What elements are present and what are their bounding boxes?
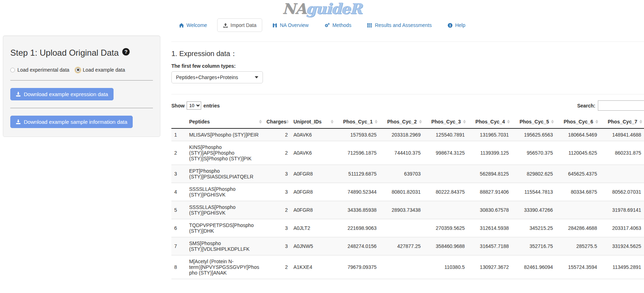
value-cell: 427877.25 [379,237,423,255]
column-header-label: Phos_Cyc_1 [343,119,373,125]
row-number-cell: 1 [171,128,186,141]
value-cell: 113495.2891 [600,255,644,279]
column-header-charges[interactable]: Charges [264,115,291,128]
value-cell: 562894.8125 [468,165,512,183]
charge-cell: 3 [264,237,291,255]
value-cell: 1139399.125 [468,141,512,165]
tab-na-overview[interactable]: NA Overview [266,18,314,32]
upload-panel: Step 1: Upload Original Data ? Load expe… [3,35,160,137]
main-nav: WelcomeImport DataNA OverviewMethodsResu… [0,17,644,32]
value-cell: 88827.91406 [468,183,512,201]
tab-methods[interactable]: Methods [319,18,357,32]
value-cell: 345215.25 [512,219,556,237]
download-icon [16,119,21,125]
value-cell: 180664.5469 [556,128,600,141]
question-icon[interactable]: ? [122,48,130,58]
peptide-cell: KINS[Phospho (STY)]APS[Phospho (STY)]S[P… [186,141,264,165]
radio-circle-checked[interactable] [76,68,80,72]
expression-data-heading: 1. Expression data： [171,49,644,59]
row-number-cell: 5 [171,201,186,219]
download-example-expression-button[interactable]: Download example expression data [10,88,114,100]
column-header-phos_cyc_7[interactable]: Phos_Cyc_7 [600,115,644,128]
column-types-label: The first few column types: [171,63,644,69]
table-row: 5SSSSLLAS[Phospho (STY)]PGHISVK2A0FGR834… [171,201,644,219]
table-icon [367,23,372,28]
value-cell: 33390.47266 [512,201,556,219]
column-header-label: Phos_Cyc_5 [519,119,549,125]
value-cell: 248274.0156 [335,237,379,255]
value-cell: 80334.6875 [556,183,600,201]
uniprot-cell: A0JLT2 [291,219,335,237]
charge-cell: 3 [264,165,291,183]
column-header-phos_cyc_4[interactable]: Phos_Cyc_4 [468,115,512,128]
tab-results-and-assessments[interactable]: Results and Assessments [361,18,437,32]
step1-title-text: Step 1: Upload Original Data [10,48,119,58]
data-source-radio-group: Load experimental data Load example data [10,67,153,73]
value-cell: 352716.75 [512,237,556,255]
column-header-phos_cyc_3[interactable]: Phos_Cyc_3 [424,115,468,128]
upload-icon [223,23,228,28]
tab-help[interactable]: iHelp [442,18,471,32]
table-row: 7SMS[Phospho (STY)]VDLSHIPLKDPLLFK3A0JNW… [171,237,644,255]
column-header-phos_cyc_6[interactable]: Phos_Cyc_6 [556,115,600,128]
column-header-rownum[interactable] [171,115,186,128]
column-header-peptides[interactable]: Peptides [186,115,264,128]
row-number-cell: 8 [171,255,186,279]
uniprot-cell: A0AVK6 [291,128,335,141]
value-cell: 110380.5 [424,255,468,279]
page-length-control: Show 10 entries [171,101,220,110]
tab-welcome[interactable]: Welcome [173,18,213,32]
uniprot-cell: A0AVK6 [291,141,335,165]
value-cell: 195625.6563 [512,128,556,141]
chevron-down-icon [255,76,258,78]
tab-label: Help [455,22,466,28]
column-header-phos_cyc_5[interactable]: Phos_Cyc_5 [512,115,556,128]
value-cell: 331924.5625 [600,237,644,255]
value-cell: 80562.07031 [600,183,644,201]
tab-import-data[interactable]: Import Data [217,18,262,32]
sort-icon [375,120,378,124]
table-row: 2KINS[Phospho (STY)]APS[Phospho (STY)]S[… [171,141,644,165]
logo-part-na: NA [282,0,306,17]
value-cell: 82461.96094 [512,255,556,279]
radio-load-example-data[interactable]: Load example data [76,67,125,73]
step1-title: Step 1: Upload Original Data ? [10,48,153,58]
value-cell: 285275.5 [556,237,600,255]
sort-icon [639,120,642,124]
value-cell [379,255,423,279]
home-icon [179,23,184,28]
value-cell: 115544.7813 [512,183,556,201]
charge-cell: 2 [264,141,291,165]
svg-text:?: ? [124,49,127,55]
download-icon [16,92,21,97]
radio-label: Load experimental data [17,67,69,73]
sort-icon [286,120,289,124]
value-cell: 34336.85938 [335,201,379,219]
value-cell: 28903.73438 [379,201,423,219]
page-length-select[interactable]: 10 [187,101,201,110]
value-cell: 312614.5938 [468,219,512,237]
value-cell [379,219,423,237]
value-cell: 80801.82031 [379,183,423,201]
peptide-cell: SSSSLLAS[Phospho (STY)]PGHISVK [186,183,264,201]
table-header-row: PeptidesChargesUniprot_IDsPhos_Cyc_1Phos… [171,115,644,128]
value-cell: 131965.7031 [468,128,512,141]
column-header-phos_cyc_2[interactable]: Phos_Cyc_2 [379,115,423,128]
table-row: 6TQDPVPPETPSDS[Phospho (STY)]DHK3A0JLT22… [171,219,644,237]
column-header-label: Phos_Cyc_2 [387,119,417,125]
charge-cell: 3 [264,183,291,201]
logo-part-guider: guideR [306,0,362,17]
value-cell: 221698.9063 [335,219,379,237]
value-cell: 148941.4688 [600,128,644,141]
radio-circle-unchecked[interactable] [10,68,15,72]
table-row: 8M[Acetyl (Protein N-term)]NPVYSPGSSGVPY… [171,255,644,279]
tab-label: Import Data [231,22,257,28]
radio-load-experimental-data[interactable]: Load experimental data [10,67,69,73]
column-header-uniprot_ids[interactable]: Uniprot_IDs [291,115,335,128]
column-types-dropdown[interactable]: Peptides+Charges+Proteins [171,71,263,83]
column-header-phos_cyc_1[interactable]: Phos_Cyc_1 [335,115,379,128]
binoculars-icon [272,23,277,28]
table-controls: Show 10 entries Search: [171,100,644,111]
download-example-sample-info-button[interactable]: Download example sample information data [10,116,133,128]
search-input[interactable] [598,100,644,111]
